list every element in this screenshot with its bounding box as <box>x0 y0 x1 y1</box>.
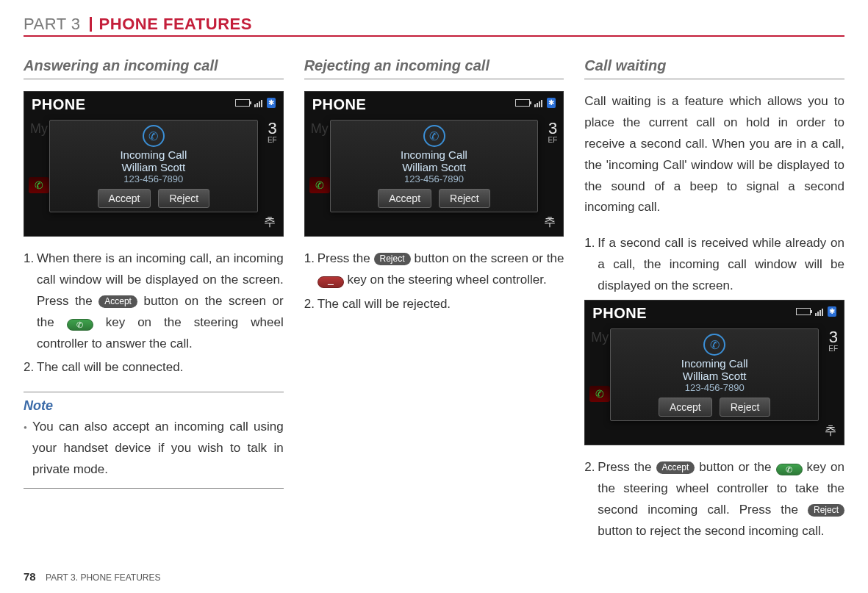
step-text: button or the <box>695 460 775 474</box>
intro-paragraph: Call waiting is a feature which allows y… <box>584 91 844 218</box>
steps-list: Press the Reject button on the screen or… <box>304 248 564 315</box>
column-call-waiting: Call waiting Call waiting is a feature w… <box>584 57 844 545</box>
steps-list: If a second call is received while alrea… <box>584 233 844 297</box>
step-item: The call will be rejected. <box>318 294 564 315</box>
step-item: The call will be connected. <box>37 357 284 378</box>
battery-icon <box>515 99 530 107</box>
popup-button-row: Accept Reject <box>659 398 771 417</box>
note-body: You can also accept an incoming call usi… <box>24 417 284 489</box>
call-key-icon: ✆ <box>309 177 330 193</box>
bg-keypad-3: 3EF <box>268 121 277 146</box>
bg-korean: 추 <box>264 215 276 230</box>
accept-inline-button: Accept <box>656 461 695 474</box>
step-text: button on the screen or the <box>411 251 564 265</box>
reject-button[interactable]: Reject <box>158 189 209 208</box>
section-heading: Answering an incoming call <box>24 57 284 79</box>
bg-my: My <box>30 121 48 146</box>
reject-button[interactable]: Reject <box>439 189 490 208</box>
incoming-call-popup: ✆ Incoming Call William Scott 123-456-78… <box>49 120 258 212</box>
column-rejecting: Rejecting an incoming call PHONE ✱ My 3E… <box>304 57 564 545</box>
accept-button[interactable]: Accept <box>98 189 151 208</box>
incoming-call-popup: ✆ Incoming Call William Scott 123-456-78… <box>330 120 539 212</box>
accept-button[interactable]: Accept <box>378 189 431 208</box>
incoming-call-icon: ✆ <box>703 334 725 356</box>
page-title: PHONE FEATURES <box>99 15 252 34</box>
phone-screenshot: PHONE ✱ My 3EF ✆ Delete 추 ✆ Incoming Cal… <box>24 91 284 237</box>
bg-korean: 추 <box>544 215 556 230</box>
popup-phone-number: 123-456-7890 <box>123 173 183 184</box>
bg-korean: 추 <box>825 423 836 439</box>
bluetooth-icon: ✱ <box>267 98 276 108</box>
header-divider <box>90 17 92 32</box>
popup-title: Incoming Call <box>120 148 187 161</box>
step-item: If a second call is received while alrea… <box>598 233 844 297</box>
call-key-icon: ✆ <box>776 464 803 475</box>
popup-caller-name: William Scott <box>683 370 747 382</box>
page-footer: 78 PART 3. PHONE FEATURES <box>24 570 161 583</box>
accept-inline-button: Accept <box>98 295 137 308</box>
reject-button[interactable]: Reject <box>720 398 771 417</box>
signal-icon <box>254 98 262 107</box>
popup-caller-name: William Scott <box>121 161 185 173</box>
incoming-call-popup: ✆ Incoming Call William Scott 123-456-78… <box>610 328 819 421</box>
step-text: key on the steering wheel controller. <box>344 273 547 287</box>
status-bar: ✱ <box>235 98 276 108</box>
popup-button-row: Accept Reject <box>378 189 490 208</box>
accept-button[interactable]: Accept <box>659 398 712 417</box>
content-columns: Answering an incoming call PHONE ✱ My 3E… <box>24 57 844 545</box>
reject-inline-button: Reject <box>808 504 844 517</box>
step-item: Press the Accept button or the ✆ key on … <box>598 457 844 542</box>
bg-keypad-3: 3EF <box>828 330 838 355</box>
call-key-icon: ✆ <box>67 319 93 331</box>
call-key-icon: ✆ <box>589 386 610 402</box>
part-label: PART 3 <box>24 15 81 34</box>
status-bar: ✱ <box>515 98 556 108</box>
bluetooth-icon: ✱ <box>828 306 836 317</box>
phone-screenshot: PHONE ✱ My 3EF ✆ Delete 추 ✆ Incoming Cal… <box>584 300 844 445</box>
battery-icon <box>796 308 811 315</box>
battery-icon <box>235 99 250 107</box>
step-text: Press the <box>598 460 656 474</box>
end-call-key-icon: ⚊ <box>318 276 344 288</box>
incoming-call-icon: ✆ <box>423 125 445 147</box>
status-bar: ✱ <box>796 306 836 317</box>
popup-caller-name: William Scott <box>402 161 466 173</box>
note-heading: Note <box>24 392 284 414</box>
bg-my: My <box>311 121 329 146</box>
reject-inline-button: Reject <box>374 253 411 265</box>
section-heading: Call waiting <box>584 57 844 79</box>
footer-text: PART 3. PHONE FEATURES <box>46 572 160 583</box>
popup-button-row: Accept Reject <box>98 189 210 208</box>
bg-my: My <box>591 330 609 355</box>
popup-title: Incoming Call <box>401 148 467 161</box>
bluetooth-icon: ✱ <box>547 98 556 108</box>
page-header: PART 3 PHONE FEATURES <box>24 15 844 37</box>
phone-screenshot: PHONE ✱ My 3EF ✆ Delete 추 ✆ Incoming Cal… <box>304 91 564 237</box>
steps-list: Press the Accept button or the ✆ key on … <box>584 457 844 542</box>
steps-list: When there is an incoming call, an incom… <box>24 248 284 378</box>
step-text: button to reject the second incoming cal… <box>598 524 824 538</box>
popup-title: Incoming Call <box>681 357 748 370</box>
step-text: Press the <box>318 251 374 265</box>
bg-keypad-3: 3EF <box>548 121 558 146</box>
signal-icon <box>815 307 823 316</box>
column-answering: Answering an incoming call PHONE ✱ My 3E… <box>24 57 284 545</box>
signal-icon <box>534 98 542 107</box>
call-key-icon: ✆ <box>29 177 49 193</box>
popup-phone-number: 123-456-7890 <box>404 173 464 184</box>
section-heading: Rejecting an incoming call <box>304 57 564 79</box>
popup-phone-number: 123-456-7890 <box>685 382 745 393</box>
page-number: 78 <box>24 570 36 583</box>
incoming-call-icon: ✆ <box>143 125 165 147</box>
step-item: Press the Reject button on the screen or… <box>318 248 564 291</box>
step-item: When there is an incoming call, an incom… <box>37 248 284 354</box>
